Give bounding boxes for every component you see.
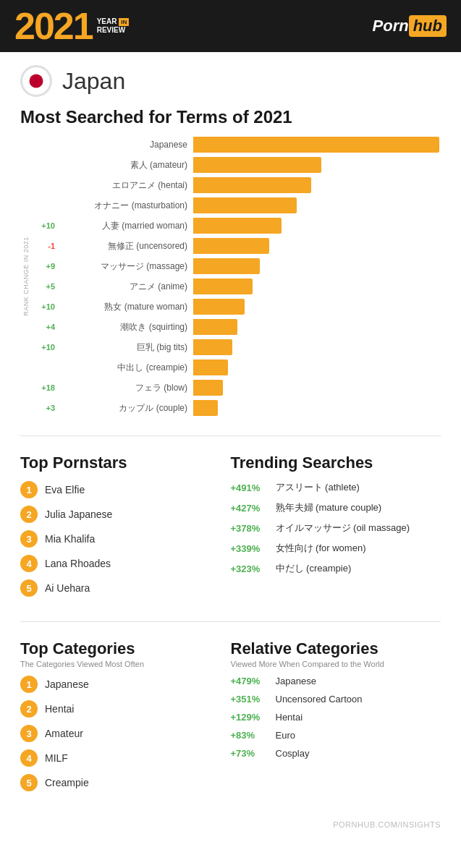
chart-row: +10巨乳 (big tits) — [32, 337, 447, 357]
trend-term: オイルマッサージ (oil massage) — [276, 522, 410, 535]
footer-url: PORNHUB.COM/INSIGHTS — [333, 820, 441, 829]
relative-categories-section: Relative Categories Viewed More When Com… — [231, 632, 441, 806]
bar-label: Japanese — [59, 140, 193, 150]
bar-label: フェラ (blow) — [59, 382, 193, 394]
category-item: 3 Amateur — [20, 725, 231, 742]
rank-change: +9 — [32, 262, 59, 271]
relative-item: +83% Euro — [231, 730, 441, 741]
rank-badge: 5 — [20, 774, 38, 791]
bar-fill — [193, 278, 253, 294]
top-categories-subtitle: The Categories Viewed Most Often — [20, 660, 231, 668]
bar-label: 素人 (amateur) — [59, 159, 193, 171]
trending-searches-title: Trending Searches — [231, 454, 441, 472]
rank-badge: 4 — [20, 555, 38, 572]
category-name: Japanese — [45, 678, 89, 690]
rank-change: +10 — [32, 302, 59, 311]
footer: PORNHUB.COM/INSIGHTS — [0, 813, 461, 836]
top-categories-title: Top Categories — [20, 639, 231, 658]
relative-item: +479% Japanese — [231, 676, 441, 686]
chart-row: +3カップル (couple) — [32, 398, 447, 418]
bar-wrap — [193, 299, 447, 315]
year-label: YEAR IN — [97, 17, 130, 26]
bar-fill — [193, 238, 269, 254]
chart-row: +4潮吹き (squirting) — [32, 317, 447, 337]
category-item: 2 Hentai — [20, 700, 231, 718]
bar-label: 熟女 (mature woman) — [59, 301, 193, 313]
chart-row: Japanese — [32, 135, 447, 155]
bar-label: オナニー (masturbation) — [59, 200, 193, 212]
bar-wrap — [193, 278, 447, 294]
year-review-text: YEAR IN REVIEW — [97, 17, 130, 35]
country-section: Japan — [0, 52, 461, 104]
trend-pct: +427% — [231, 503, 270, 514]
bar-label: エロアニメ (hentai) — [59, 179, 193, 192]
trending-item: +378% オイルマッサージ (oil massage) — [231, 522, 441, 535]
relative-term: Hentai — [276, 712, 303, 723]
bar-fill — [193, 137, 439, 153]
bar-fill — [193, 177, 311, 193]
rank-badge: 5 — [20, 579, 38, 597]
rank-badge: 3 — [20, 530, 38, 548]
relative-term: Japanese — [276, 676, 316, 686]
bar-wrap — [193, 238, 447, 254]
rank-change: +18 — [32, 383, 59, 392]
trending-searches-section: Trending Searches +491% アスリート (athlete) … — [231, 446, 441, 611]
bar-label: 巨乳 (big tits) — [59, 341, 193, 354]
relative-term: Uncensored Cartoon — [276, 694, 363, 705]
pornstar-name: Julia Japanese — [45, 509, 112, 520]
bar-label: 人妻 (married woman) — [59, 220, 193, 232]
country-flag — [20, 65, 52, 97]
bar-fill — [193, 197, 297, 213]
relative-item: +73% Cosplay — [231, 748, 441, 759]
y-axis-label: RANK CHANGE IN 2021 — [22, 237, 30, 316]
trend-pct: +323% — [231, 563, 270, 574]
bar-fill — [193, 380, 223, 396]
review-label: REVIEW — [97, 26, 130, 35]
chart-row: エロアニメ (hentai) — [32, 175, 447, 195]
relative-pct: +129% — [231, 712, 270, 723]
trend-term: 熟年夫婦 (mature couple) — [276, 501, 382, 514]
pornstar-item: 5 Ai Uehara — [20, 579, 231, 597]
pornstar-item: 2 Julia Japanese — [20, 506, 231, 523]
bar-wrap — [193, 218, 447, 234]
bar-fill — [193, 400, 218, 416]
category-name: MILF — [45, 752, 68, 764]
bar-fill — [193, 157, 321, 173]
section-divider-1 — [20, 435, 441, 436]
trending-item: +491% アスリート (athlete) — [231, 481, 441, 494]
chart-row: 中出し (creampie) — [32, 357, 447, 378]
trending-list: +491% アスリート (athlete) +427% 熟年夫婦 (mature… — [231, 481, 441, 575]
bar-label: カップル (couple) — [59, 402, 193, 414]
chart-bars: Japanese素人 (amateur)エロアニメ (hentai)オナニー (… — [32, 135, 447, 418]
bar-wrap — [193, 197, 447, 213]
rank-badge: 1 — [20, 676, 38, 693]
bar-label: 潮吹き (squirting) — [59, 321, 193, 333]
chart-row: 素人 (amateur) — [32, 155, 447, 175]
bar-fill — [193, 258, 260, 274]
bar-wrap — [193, 359, 447, 375]
bar-label: マッサージ (massage) — [59, 260, 193, 273]
header: 2021 YEAR IN REVIEW Porn hub — [0, 0, 461, 52]
category-name: Amateur — [45, 728, 83, 739]
relative-categories-title: Relative Categories — [231, 639, 441, 658]
bar-wrap — [193, 339, 447, 355]
bar-wrap — [193, 400, 447, 416]
rank-badge: 3 — [20, 725, 38, 742]
bar-wrap — [193, 157, 447, 173]
year-review-logo: 2021 YEAR IN REVIEW — [14, 7, 129, 45]
bar-wrap — [193, 137, 447, 153]
relative-term: Euro — [276, 730, 295, 741]
trending-item: +339% 女性向け (for women) — [231, 542, 441, 555]
category-item: 4 MILF — [20, 749, 231, 767]
chart-row: +5アニメ (anime) — [32, 276, 447, 297]
relative-pct: +351% — [231, 694, 270, 705]
pornhub-logo: Porn hub — [373, 15, 447, 37]
bar-wrap — [193, 258, 447, 274]
rank-change: +3 — [32, 404, 59, 412]
category-name: Creampie — [45, 777, 89, 788]
bar-fill — [193, 299, 245, 315]
rank-change: -1 — [32, 242, 59, 250]
chart-container: RANK CHANGE IN 2021 Japanese素人 (amateur)… — [0, 135, 461, 433]
trend-term: アスリート (athlete) — [276, 481, 360, 494]
rank-change: +4 — [32, 323, 59, 331]
